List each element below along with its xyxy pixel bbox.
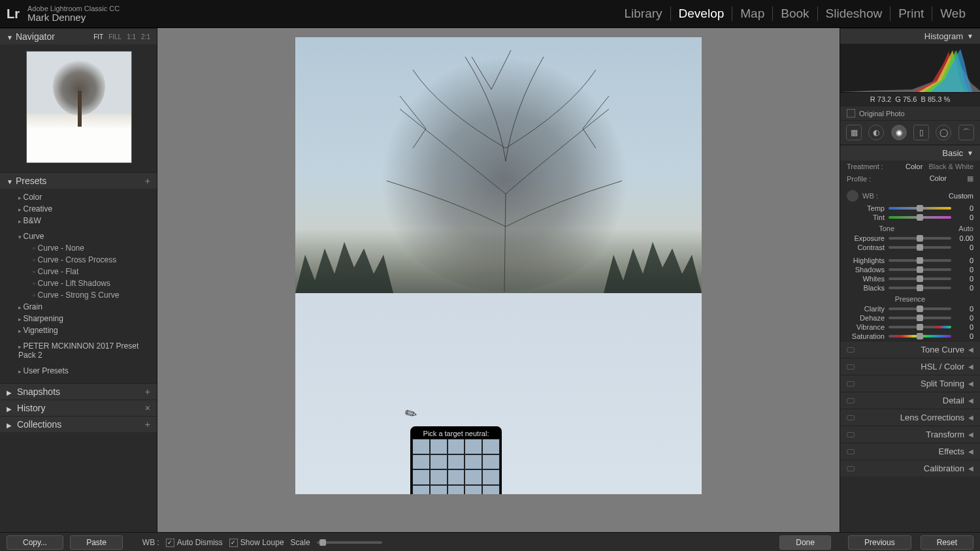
vibrance-slider[interactable]: Vibrance 0 xyxy=(840,323,980,332)
wb-value[interactable]: Custom xyxy=(949,192,973,200)
preset-group-grain[interactable]: Grain xyxy=(0,301,157,313)
navigator-header[interactable]: ▼Navigator FIT FILL 1:1 2:1 xyxy=(0,28,157,44)
module-develop[interactable]: Develop xyxy=(671,7,733,21)
add-preset-icon[interactable]: + xyxy=(145,176,150,186)
vibrance-value[interactable]: 0 xyxy=(951,323,973,331)
dehaze-slider[interactable]: Dehaze 0 xyxy=(840,313,980,323)
module-web[interactable]: Web xyxy=(932,7,973,21)
preset-curve-strong[interactable]: Curve - Strong S Curve xyxy=(0,289,157,301)
copy-button[interactable]: Copy... xyxy=(7,535,63,550)
crop-tool-icon[interactable]: ▦ xyxy=(846,125,862,140)
module-map[interactable]: Map xyxy=(732,7,773,21)
right-panel: Histogram ▼ R 73.2 G 75.6 B 85.3 % Origi… xyxy=(840,28,980,532)
chevron-down-icon: ▼ xyxy=(967,33,973,40)
preset-curve-cross[interactable]: Curve - Cross Process xyxy=(0,254,157,266)
preset-curve-none[interactable]: Curve - None xyxy=(0,242,157,254)
preset-curve-lift[interactable]: Curve - Lift Shadows xyxy=(0,277,157,289)
saturation-slider[interactable]: Saturation 0 xyxy=(840,332,980,341)
panel-split-toning[interactable]: Split Toning◀ xyxy=(840,375,980,392)
preset-group-pm[interactable]: PETER MCKINNON 2017 Preset Pack 2 xyxy=(0,340,157,361)
panel-effects[interactable]: Effects◀ xyxy=(840,443,980,460)
contrast-value[interactable]: 0 xyxy=(951,244,973,251)
whites-value[interactable]: 0 xyxy=(951,275,973,283)
exposure-value[interactable]: 0.00 xyxy=(951,234,973,242)
blacks-value[interactable]: 0 xyxy=(951,284,973,292)
radial-tool-icon[interactable]: ◯ xyxy=(936,125,951,140)
snapshots-header[interactable]: ▶ Snapshots + xyxy=(0,383,157,400)
profile-browser-icon[interactable]: ▦ xyxy=(967,174,973,182)
zoom-1-1[interactable]: 1:1 xyxy=(127,33,136,40)
zoom-fill[interactable]: FILL xyxy=(108,33,122,40)
clear-history-icon[interactable]: × xyxy=(145,403,150,413)
module-book[interactable]: Book xyxy=(773,7,817,21)
wb-eyedropper-icon[interactable] xyxy=(847,190,858,202)
previous-button[interactable]: Previous xyxy=(848,535,911,550)
preset-curve-flat[interactable]: Curve - Flat xyxy=(0,266,157,277)
auto-tone-button[interactable]: Auto xyxy=(958,225,973,232)
scale-slider[interactable] xyxy=(317,541,382,544)
clarity-slider[interactable]: Clarity 0 xyxy=(840,304,980,313)
panel-detail[interactable]: Detail◀ xyxy=(840,392,980,409)
highlights-value[interactable]: 0 xyxy=(951,257,973,264)
navigator-thumbnail[interactable] xyxy=(26,51,132,163)
preset-group-sharpen[interactable]: Sharpening xyxy=(0,313,157,324)
profile-row[interactable]: Profile : Color ▦ xyxy=(840,172,980,185)
photo-view[interactable]: ✎ Pick a target neutral: R 73.3 G 75.7 B… xyxy=(295,37,702,494)
highlights-slider[interactable]: Highlights 0 xyxy=(840,256,980,265)
panel-calibration[interactable]: Calibration◀ xyxy=(840,460,980,477)
zoom-2-1[interactable]: 2:1 xyxy=(141,33,150,40)
grad-tool-icon[interactable]: ▯ xyxy=(913,125,929,140)
done-button[interactable]: Done xyxy=(779,535,831,550)
histogram-header[interactable]: Histogram ▼ xyxy=(840,28,980,44)
add-snapshot-icon[interactable]: + xyxy=(145,386,150,397)
preset-group-curve[interactable]: Curve xyxy=(0,230,157,242)
tint-value[interactable]: 0 xyxy=(951,213,973,221)
auto-dismiss-checkbox[interactable]: ✓Auto Dismiss xyxy=(166,538,223,547)
show-loupe-checkbox[interactable]: ✓Show Loupe xyxy=(229,538,284,547)
brush-tool-icon[interactable]: ⌒ xyxy=(958,125,974,140)
module-library[interactable]: Library xyxy=(617,7,671,21)
exposure-slider[interactable]: Exposure 0.00 xyxy=(840,234,980,243)
checkbox-icon[interactable] xyxy=(847,109,855,118)
module-print[interactable]: Print xyxy=(890,7,932,21)
saturation-value[interactable]: 0 xyxy=(951,332,973,340)
panel-hsl[interactable]: HSL / Color◀ xyxy=(840,358,980,375)
spot-tool-icon[interactable]: ◐ xyxy=(868,125,884,140)
history-header[interactable]: ▶ History × xyxy=(0,400,157,416)
panel-lens-corrections[interactable]: Lens Corrections◀ xyxy=(840,409,980,426)
clarity-value[interactable]: 0 xyxy=(951,305,973,313)
center-canvas[interactable]: ✎ Pick a target neutral: R 73.3 G 75.7 B… xyxy=(157,28,840,532)
reset-button[interactable]: Reset xyxy=(921,535,973,550)
temp-value[interactable]: 0 xyxy=(951,204,973,212)
preset-group-vignette[interactable]: Vignetting xyxy=(0,324,157,336)
module-slideshow[interactable]: Slideshow xyxy=(818,7,891,21)
shadows-value[interactable]: 0 xyxy=(951,266,973,274)
basic-header[interactable]: Basic ▼ xyxy=(840,145,980,161)
blacks-slider[interactable]: Blacks 0 xyxy=(840,283,980,292)
preset-group-color[interactable]: Color xyxy=(0,191,157,203)
shadows-slider[interactable]: Shadows 0 xyxy=(840,265,980,274)
redeye-tool-icon[interactable]: ◉ xyxy=(891,125,907,140)
wb-row[interactable]: WB : Custom xyxy=(840,185,980,204)
preset-group-creative[interactable]: Creative xyxy=(0,203,157,215)
preset-group-bw[interactable]: B&W xyxy=(0,215,157,227)
treatment-color[interactable]: Color xyxy=(906,163,923,170)
temp-label: Temp xyxy=(847,204,889,212)
temp-slider[interactable]: Temp 0 xyxy=(840,204,980,213)
panel-tone-curve[interactable]: Tone Curve◀ xyxy=(840,341,980,358)
dehaze-value[interactable]: 0 xyxy=(951,314,973,322)
tint-slider[interactable]: Tint 0 xyxy=(840,213,980,222)
preset-group-user[interactable]: User Presets xyxy=(0,365,157,377)
panel-transform[interactable]: Transform◀ xyxy=(840,426,980,443)
histogram-graph[interactable] xyxy=(840,44,980,93)
add-collection-icon[interactable]: + xyxy=(145,419,150,430)
paste-button[interactable]: Paste xyxy=(70,535,123,550)
contrast-slider[interactable]: Contrast 0 xyxy=(840,243,980,252)
zoom-fit[interactable]: FIT xyxy=(93,33,103,40)
presets-header[interactable]: ▼Presets + xyxy=(0,172,157,189)
treatment-bw[interactable]: Black & White xyxy=(929,163,973,170)
collections-header[interactable]: ▶ Collections + xyxy=(0,416,157,432)
chevron-down-icon: ▼ xyxy=(967,150,973,157)
whites-slider[interactable]: Whites 0 xyxy=(840,274,980,283)
original-photo-toggle[interactable]: Original Photo xyxy=(840,106,980,120)
